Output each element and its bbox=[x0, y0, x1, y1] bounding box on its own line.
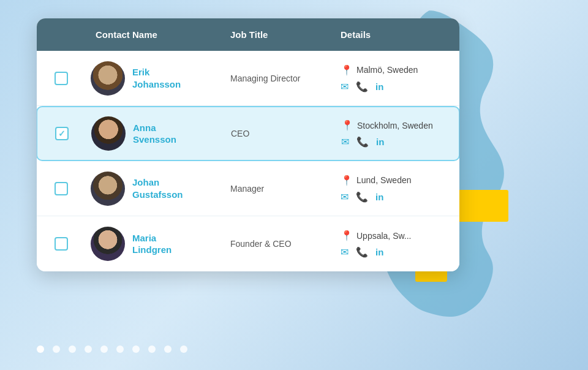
job-title: CEO bbox=[231, 129, 249, 138]
job-title-cell: Founder & CEO bbox=[221, 232, 331, 256]
pagination bbox=[37, 345, 187, 353]
location: 📍 Stockholm, Sweden bbox=[341, 119, 449, 131]
checkmark-icon: ✓ bbox=[58, 129, 66, 138]
contact-icons: ✉ 📞 in bbox=[341, 136, 449, 148]
email-icon[interactable]: ✉ bbox=[341, 191, 349, 203]
contact-icons: ✉ 📞 in bbox=[341, 81, 450, 92]
location-pin-icon: 📍 bbox=[341, 230, 353, 241]
location-text: Malmö, Sweden bbox=[356, 65, 418, 75]
location: 📍 Uppsala, Sw... bbox=[341, 230, 450, 241]
contact-icons: ✉ 📞 in bbox=[341, 246, 450, 258]
header-job-title: Job Title bbox=[221, 18, 331, 51]
job-title: Managing Director bbox=[230, 74, 300, 83]
location: 📍 Lund, Sweden bbox=[341, 175, 450, 186]
location-text: Lund, Sweden bbox=[356, 175, 412, 185]
location-pin-icon: 📍 bbox=[341, 175, 353, 186]
job-title-cell: Manager bbox=[221, 176, 331, 201]
avatar bbox=[91, 172, 125, 206]
table-header: Contact Name Job Title Details bbox=[37, 18, 459, 51]
table-row-selected[interactable]: ✓ AnnaSvensson CEO 📍 Stockholm, Sweden ✉… bbox=[37, 106, 459, 161]
pagination-dot-9[interactable] bbox=[164, 345, 172, 353]
job-title: Founder & CEO bbox=[230, 239, 292, 249]
phone-icon[interactable]: 📞 bbox=[356, 81, 368, 92]
details-cell: 📍 Lund, Sweden ✉ 📞 in bbox=[331, 167, 459, 210]
row-checkbox[interactable] bbox=[55, 237, 68, 251]
pagination-dot-5[interactable] bbox=[100, 345, 108, 353]
details-cell: 📍 Stockholm, Sweden ✉ 📞 in bbox=[331, 112, 459, 155]
header-details: Details bbox=[331, 18, 459, 51]
linkedin-icon[interactable]: in bbox=[376, 137, 384, 147]
contact-name-cell: JohanGustafsson bbox=[86, 164, 221, 213]
header-contact-name: Contact Name bbox=[86, 18, 221, 51]
email-icon[interactable]: ✉ bbox=[341, 136, 349, 148]
avatar bbox=[91, 227, 125, 261]
pagination-dot-7[interactable] bbox=[132, 345, 140, 353]
avatar bbox=[91, 116, 126, 151]
location-pin-icon: 📍 bbox=[341, 64, 353, 76]
contact-name-cell: AnnaSvensson bbox=[86, 109, 221, 158]
header-checkbox bbox=[37, 18, 86, 51]
checkbox-cell[interactable] bbox=[37, 72, 86, 85]
linkedin-icon[interactable]: in bbox=[375, 81, 383, 92]
location: 📍 Malmö, Sweden bbox=[341, 64, 450, 76]
contacts-table: Contact Name Job Title Details ErikJohan… bbox=[37, 18, 459, 271]
location-text: Uppsala, Sw... bbox=[356, 231, 412, 241]
contact-name: MariaLindgren bbox=[132, 232, 172, 256]
details-cell: 📍 Uppsala, Sw... ✉ 📞 in bbox=[331, 222, 459, 265]
pagination-dot-10[interactable] bbox=[180, 345, 187, 353]
row-checkbox-checked[interactable]: ✓ bbox=[55, 127, 69, 140]
pagination-dot-3[interactable] bbox=[69, 345, 76, 353]
contact-name-cell: MariaLindgren bbox=[86, 219, 221, 268]
table-row[interactable]: ErikJohansson Managing Director 📍 Malmö,… bbox=[37, 51, 459, 106]
email-icon[interactable]: ✉ bbox=[341, 81, 349, 92]
location-pin-icon: 📍 bbox=[341, 119, 353, 131]
table-row[interactable]: JohanGustafsson Manager 📍 Lund, Sweden ✉… bbox=[37, 161, 459, 216]
linkedin-icon[interactable]: in bbox=[375, 247, 383, 257]
pagination-dot-1[interactable] bbox=[37, 345, 44, 353]
checkbox-cell[interactable] bbox=[37, 182, 86, 195]
details-cell: 📍 Malmö, Sweden ✉ 📞 in bbox=[331, 57, 459, 100]
checkbox-cell[interactable] bbox=[37, 237, 86, 251]
job-title: Manager bbox=[230, 184, 264, 194]
pagination-dot-6[interactable] bbox=[116, 345, 124, 353]
phone-icon[interactable]: 📞 bbox=[356, 191, 368, 203]
row-checkbox[interactable] bbox=[55, 72, 68, 85]
linkedin-icon[interactable]: in bbox=[375, 192, 383, 202]
job-title-cell: Managing Director bbox=[221, 66, 331, 91]
location-text: Stockholm, Sweden bbox=[357, 121, 433, 130]
contact-name: AnnaSvensson bbox=[133, 122, 176, 146]
email-icon[interactable]: ✉ bbox=[341, 246, 349, 258]
phone-icon[interactable]: 📞 bbox=[356, 136, 369, 148]
checkbox-cell[interactable]: ✓ bbox=[37, 127, 86, 140]
pagination-dot-4[interactable] bbox=[85, 345, 92, 353]
row-checkbox[interactable] bbox=[55, 182, 68, 195]
phone-icon[interactable]: 📞 bbox=[356, 246, 368, 258]
job-title-cell: CEO bbox=[221, 121, 331, 146]
pagination-dot-8[interactable] bbox=[148, 345, 156, 353]
avatar bbox=[91, 61, 125, 96]
table-row[interactable]: MariaLindgren Founder & CEO 📍 Uppsala, S… bbox=[37, 216, 459, 271]
contact-icons: ✉ 📞 in bbox=[341, 191, 450, 203]
contact-name-cell: ErikJohansson bbox=[86, 54, 221, 103]
contact-name: JohanGustafsson bbox=[132, 176, 183, 200]
contact-name: ErikJohansson bbox=[132, 66, 181, 90]
pagination-dot-2[interactable] bbox=[53, 345, 60, 353]
